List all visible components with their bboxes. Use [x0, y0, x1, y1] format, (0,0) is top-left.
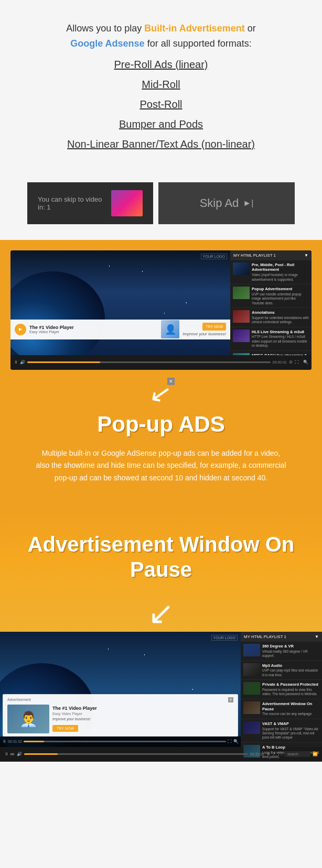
playlist1-item-1[interactable]: Pre, Middle, Post - Roll Advertisement V…: [230, 260, 312, 284]
playlist2-item-2[interactable]: Mp3 Audio UVP can play mp3 files and vis…: [241, 661, 322, 680]
player2-ad-label: Advertisement ✕: [7, 697, 233, 702]
search-icon-ctrl[interactable]: 🔍: [303, 360, 308, 365]
playlist1-item-5[interactable]: MPEG DASH live streaming & mpd MPEG DASH…: [230, 351, 312, 355]
bc-share-icon[interactable]: ↗: [272, 752, 276, 756]
playlist1-info-1: Pre, Middle, Post - Roll Advertisement V…: [252, 262, 309, 282]
player1-logo: YOUR LOGO: [201, 254, 227, 259]
bc-skip-icon[interactable]: ⏭: [10, 752, 15, 756]
player2-logo: YOUR LOGO: [211, 635, 238, 641]
playlist2-header: MY HTML PLAYLIST 1 ▼: [241, 632, 322, 642]
ad-title: The #1 Video Player: [29, 325, 158, 330]
ad-play-button[interactable]: ▶: [15, 324, 26, 335]
ad-formats-list: Pre-Roll Ads (linear) Mid-Roll Post-Roll…: [26, 57, 296, 152]
pl2-title-4: Advertisement Window On Pause: [262, 701, 319, 712]
pl2-info-3: Private & Password Protected Password is…: [262, 682, 319, 697]
playlist1-info-3: Annotations Support for unlimited annota…: [252, 310, 309, 325]
playlist2-item-4[interactable]: Advertisement Window On Pause The source…: [241, 699, 322, 719]
adwindow-title: Advertisement Window On Pause: [16, 532, 306, 582]
bc-search-input[interactable]: search: [284, 751, 310, 757]
popup-ads-title: Pop-up ADS: [16, 412, 306, 437]
player2-ad-text: The #1 Video Player Easy Video Player Im…: [52, 706, 233, 732]
pl2-title-6: A To B Loop: [262, 745, 319, 750]
play2-icon[interactable]: ⏸: [2, 739, 6, 744]
intro-text-or: or: [245, 23, 256, 34]
thumb-inner: [111, 190, 143, 216]
adwindow-section: Advertisement Window On Pause ↙: [0, 511, 322, 632]
player2-container: YOUR LOGO Advertisement ✕ 👨‍💼 The #1 Vid…: [0, 632, 322, 747]
player2-ad-cta[interactable]: TRY NOW: [52, 725, 78, 732]
bc-play-icon[interactable]: ⏸: [4, 752, 8, 756]
playlist1-thumb-4: [233, 329, 250, 342]
player2-controls-bar: ⏸ 00:31:02 ⛶ 🔍: [0, 737, 241, 747]
player1-ad-banner: ▶ The #1 Video Player Easy Video Player …: [10, 320, 230, 339]
player2-playlist: MY HTML PLAYLIST 1 ▼ 360 Degree & VR Vir…: [241, 632, 322, 747]
skip-ad-button[interactable]: Skip Ad ►|: [158, 182, 295, 224]
search2-icon[interactable]: 🔍: [233, 739, 239, 744]
playlist1-thumb-5: [233, 353, 250, 355]
skip-arrow-icon: ►|: [243, 199, 253, 208]
playlist2-arrow: ▼: [315, 634, 319, 639]
time2-display: 00:31:02: [8, 740, 22, 743]
playlist1-thumb-3: [233, 310, 250, 323]
player1-inner: YOUR LOGO ▶ The #1 Video Player Easy Vid…: [10, 250, 312, 355]
playlist1-title: MY HTML PLAYLIST 1: [233, 253, 276, 258]
pl2-info-2: Mp3 Audio UVP can play mp3 files and vis…: [262, 663, 319, 678]
playlist1-item-4[interactable]: HLS Live Streaming & m3u8 HTTP Live Stre…: [230, 327, 312, 351]
bc-progress-fill: [24, 753, 58, 755]
ad-cta-button[interactable]: TRY NOW: [202, 323, 226, 331]
close-icon[interactable]: ✕: [167, 378, 175, 385]
adwindow-arrow: ↙: [148, 598, 174, 629]
bc-next-icon[interactable]: ⏩: [313, 752, 318, 756]
playlist1-thumb-2: [233, 287, 250, 299]
player2-ad-content: 👨‍💼 The #1 Video Player Easy Video Playe…: [7, 705, 233, 733]
pl2-title-2: Mp3 Audio: [262, 663, 319, 668]
fullscreen-icon[interactable]: ⛶: [295, 360, 299, 365]
fullscreen2-icon[interactable]: ⛶: [228, 739, 232, 744]
progress2-bar[interactable]: [24, 741, 226, 742]
playlist1-info-2: Popup Advertisement UVP can handle unlim…: [252, 287, 309, 305]
pl2-thumb-3: [243, 682, 260, 695]
pl2-thumb-5: [243, 721, 260, 734]
bc-time-display: 00:31:02: [250, 752, 264, 756]
playlist1-item-3[interactable]: Annotations Support for unlimited annota…: [230, 308, 312, 327]
ad-tagline: Improve your business!: [183, 332, 226, 336]
playlist1-info-5: MPEG DASH live streaming & mpd MPEG DASH…: [252, 353, 309, 355]
playlist1-desc-3: Support for unlimited annotations with u…: [252, 316, 309, 325]
playlist1-title-4: HLS Live Streaming & m3u8: [252, 329, 309, 335]
player2-ad-tagline: Improve your business!: [52, 717, 233, 721]
ad2-person: 👨‍💼: [19, 710, 38, 728]
list-item: Mid-Roll: [26, 76, 296, 92]
ad-close-button[interactable]: ✕: [228, 697, 233, 702]
pl2-desc-3: Password is required to view this video.…: [262, 688, 319, 697]
ad-text-area: The #1 Video Player Easy Video Player: [29, 325, 158, 334]
playlist1-header: MY HTML PLAYLIST 1 ▼: [230, 250, 312, 260]
pl2-thumb-1: [243, 644, 260, 656]
settings-icon[interactable]: ⚙: [289, 360, 293, 365]
playlist2-item-1[interactable]: 360 Degree & VR Virtual reality 360 degr…: [241, 642, 322, 661]
skip-button-text: Skip Ad: [200, 196, 239, 210]
pl2-desc-5: Support for VAST & VMAP "Video Ad Servin…: [262, 727, 319, 740]
playlist2-item-3[interactable]: Private & Password Protected Password is…: [241, 680, 322, 699]
playlist1-title-5: MPEG DASH live streaming & mpd: [252, 353, 309, 355]
bc-settings-icon[interactable]: ⚙: [266, 752, 270, 756]
pl2-title-1: 360 Degree & VR: [262, 644, 319, 649]
list-item: Bumper and Pods: [26, 116, 296, 132]
list-item: Post-Roll: [26, 96, 296, 112]
playlist1-info-4: HLS Live Streaming & m3u8 HTTP Live Stre…: [252, 329, 309, 348]
pl2-title-3: Private & Password Protected: [262, 682, 319, 687]
ad-sub: Easy Video Player: [29, 330, 158, 334]
playlist1-desc-4: HTTP Live Streaming / HLS / m3u8 video s…: [252, 335, 309, 348]
playlist2-item-5[interactable]: VAST & VMAP Support for VAST & VMAP "Vid…: [241, 719, 322, 743]
bc-vol-icon[interactable]: 🔊: [17, 752, 22, 756]
bc-fullscreen-icon[interactable]: ⛶: [278, 752, 282, 756]
progress2-fill: [24, 741, 44, 742]
intro-section: Allows you to play Built-in Advertisemen…: [0, 0, 322, 172]
play-icon[interactable]: ⏸: [14, 360, 18, 365]
popup-ads-description: Multiple built-in or Google AdSense pop-…: [35, 447, 287, 485]
progress-bar[interactable]: [27, 361, 271, 363]
player2-video: YOUR LOGO Advertisement ✕ 👨‍💼 The #1 Vid…: [0, 632, 241, 747]
bc-progress-bar[interactable]: [24, 753, 248, 755]
ad-thumbnail: [111, 190, 143, 216]
playlist1-item-2[interactable]: Popup Advertisement UVP can handle unlim…: [230, 284, 312, 308]
volume-icon[interactable]: 🔊: [20, 360, 25, 365]
